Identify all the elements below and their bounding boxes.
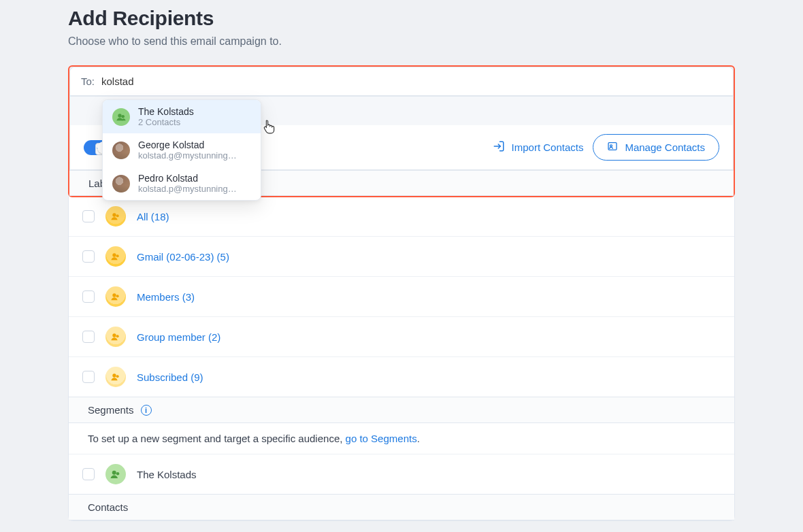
label-link[interactable]: Group member (2) <box>137 331 220 343</box>
svg-point-12 <box>112 373 116 377</box>
svg-point-3 <box>121 115 125 118</box>
segment-avatar-icon <box>105 464 126 484</box>
label-link[interactable]: Gmail (02-06-23) (5) <box>137 251 229 263</box>
svg-point-5 <box>116 214 119 217</box>
autocomplete-item-person[interactable]: George Kolstad kolstad.g@mystunning… <box>103 133 261 167</box>
svg-point-7 <box>116 254 119 257</box>
contact-card-icon <box>607 141 618 154</box>
label-link[interactable]: Members (3) <box>137 291 195 303</box>
page-subtitle: Choose who to send this email campaign t… <box>68 35 735 48</box>
autocomplete-popover: The Kolstads 2 Contacts George Kolstad k… <box>102 99 261 201</box>
autocomplete-item-title: The Kolstads <box>138 106 194 117</box>
svg-point-8 <box>112 293 116 297</box>
svg-point-2 <box>118 114 121 117</box>
segment-name: The Kolstads <box>137 469 197 480</box>
import-contacts-button[interactable]: Import Contacts <box>493 140 584 154</box>
autocomplete-item-person[interactable]: Pedro Kolstad kolstad.p@mystunning… <box>103 167 261 200</box>
label-row[interactable]: Members (3) <box>69 277 734 317</box>
segments-note-prefix: To set up a new segment and target a spe… <box>88 433 346 444</box>
segments-note: To set up a new segment and target a spe… <box>69 423 734 454</box>
autocomplete-item-subtitle: 2 Contacts <box>138 117 194 127</box>
segments-section-header: Segments i <box>69 397 734 423</box>
checkbox[interactable] <box>82 468 95 480</box>
manage-contacts-button[interactable]: Manage Contacts <box>593 134 719 161</box>
checkbox[interactable] <box>82 210 95 222</box>
manage-contacts-label: Manage Contacts <box>625 142 705 153</box>
import-contacts-label: Import Contacts <box>512 142 584 153</box>
svg-point-14 <box>112 471 116 475</box>
import-icon <box>493 140 505 154</box>
segments-note-suffix: . <box>417 433 420 444</box>
svg-point-1 <box>610 145 612 147</box>
autocomplete-item-subtitle: kolstad.g@mystunning… <box>138 150 237 161</box>
label-row[interactable]: Group member (2) <box>69 317 734 357</box>
label-avatar-icon <box>105 206 126 227</box>
svg-point-9 <box>116 295 119 297</box>
checkbox[interactable] <box>82 331 95 343</box>
to-label: To: <box>81 76 95 87</box>
checkbox[interactable] <box>82 250 95 263</box>
avatar <box>112 175 130 193</box>
label-row[interactable]: Gmail (02-06-23) (5) <box>69 237 734 277</box>
labels-section: All (18) Gmail (02-06-23) (5) Members (3… <box>68 197 735 397</box>
svg-point-10 <box>112 333 116 337</box>
label-row[interactable]: All (18) <box>69 197 734 237</box>
svg-point-4 <box>112 213 116 216</box>
label-avatar-icon <box>105 327 126 347</box>
contacts-section: Contacts <box>68 494 735 521</box>
to-input-row: To: <box>70 67 733 96</box>
checkbox[interactable] <box>82 290 95 303</box>
label-avatar-icon <box>105 367 126 387</box>
autocomplete-item-title: Pedro Kolstad <box>138 173 237 184</box>
segments-section: Segments i To set up a new segment and t… <box>68 397 735 494</box>
label-avatar-icon <box>105 246 126 267</box>
group-icon <box>112 108 130 126</box>
autocomplete-item-group[interactable]: The Kolstads 2 Contacts <box>103 100 261 133</box>
label-row[interactable]: Subscribed (9) <box>69 357 734 397</box>
checkbox[interactable] <box>82 371 95 383</box>
svg-point-13 <box>116 375 119 378</box>
svg-point-11 <box>116 335 119 337</box>
to-highlight-box: To: ✓ Import Contacts <box>68 65 735 197</box>
svg-point-15 <box>116 472 120 476</box>
label-link[interactable]: All (18) <box>137 211 169 222</box>
go-to-segments-link[interactable]: go to Segments <box>346 433 417 444</box>
label-link[interactable]: Subscribed (9) <box>137 371 203 383</box>
contacts-section-header: Contacts <box>69 494 734 520</box>
page-title: Add Recipients <box>68 7 735 30</box>
avatar <box>112 142 130 159</box>
info-icon[interactable]: i <box>141 405 152 416</box>
to-input[interactable] <box>101 76 722 87</box>
autocomplete-item-title: George Kolstad <box>138 139 237 150</box>
label-avatar-icon <box>105 286 126 307</box>
segments-section-title: Segments <box>88 404 134 416</box>
contacts-section-title: Contacts <box>88 501 128 513</box>
segment-row[interactable]: The Kolstads <box>69 454 734 494</box>
autocomplete-item-subtitle: kolstad.p@mystunning… <box>138 184 237 194</box>
svg-point-6 <box>112 253 116 256</box>
